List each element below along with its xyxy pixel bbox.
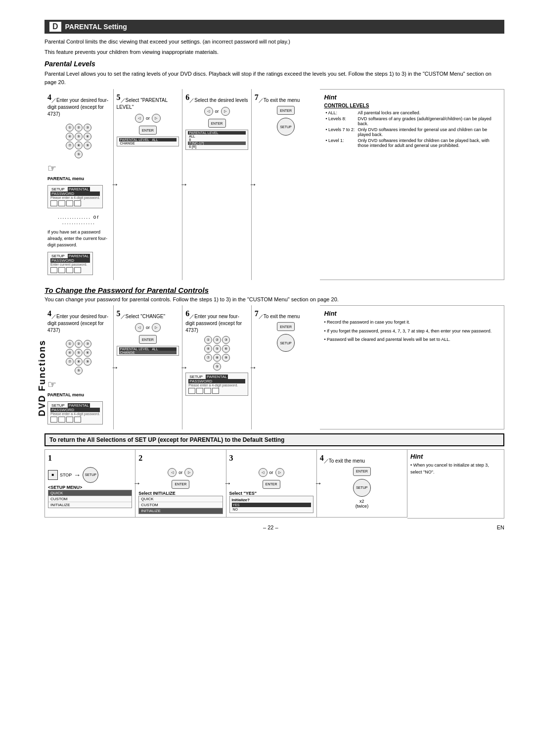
hint-content: Hint CONTROL LEVELS • ALL: All parental … [320, 90, 504, 152]
init-step-2: 2 ◁ or ▷ ENTER Select INITIALIZE QUICK C… [135, 450, 226, 517]
cl-val-2: DVD softwares of any grades (adult/gener… [356, 116, 500, 127]
step-7-parental: 7／To exit the menu ENTER SETUP [252, 89, 320, 280]
setup-menu-list-2: QUICK CUSTOM INITIALIZE [138, 496, 222, 514]
hint-cpw-1: • Record the password in case you forget… [324, 319, 500, 326]
init3-text: Select "YES" [229, 491, 313, 496]
cl-row-3: • Levels 7 to 2: Only DVD softwares inte… [324, 127, 500, 138]
initialize-section: 1 ■ STOP → SETUP <SETUP MENU> QUICK CUST… [44, 449, 504, 518]
menu-screen-cpw: SETUP PARENTAL PASSWORD Please enter a 4… [47, 401, 103, 425]
change-pw-hint-content: Hint • Record the password in case you f… [320, 306, 504, 347]
num-4: ④ [66, 133, 74, 141]
step-6-changepw: 6／Enter your new four-digit password (ex… [182, 305, 252, 429]
arrow-1: → [111, 180, 119, 189]
level-screen-cpw5: PARENTAL LEVEL ALL CHANGE [117, 346, 179, 356]
stop-icon: ■ [48, 470, 58, 480]
init-step-1: 1 ■ STOP → SETUP <SETUP MENU> QUICK CUST… [45, 450, 135, 517]
enter-init2: ENTER [172, 480, 189, 489]
num-8: ⑧ [75, 142, 83, 149]
setup-menu-list: QUICK CUSTOM INITIALIZE [48, 490, 132, 508]
parental-levels-title: Parental Levels [44, 60, 504, 68]
enter-btn-5: ENTER [139, 126, 157, 135]
parental-levels-hint: Hint CONTROL LEVELS • ALL: All parental … [320, 89, 504, 280]
init-step-3: 3 ◁ or ▷ ENTER Select "YES" Initialize? … [226, 450, 317, 517]
arrow-cpw-4: → [111, 363, 119, 372]
cl-val-4: Only DVD softwares intended for children… [356, 138, 500, 148]
enter-btn-cpw5: ENTER [139, 335, 157, 344]
cl-row-1: • ALL: All parental locks are cancelled. [324, 110, 500, 116]
change-pw-section: 4／Enter your desired four-digit password… [44, 305, 504, 429]
control-levels-subtitle: CONTROL LEVELS [324, 103, 500, 108]
num-2: ② [75, 124, 83, 132]
init-hint: Hint • When you cancel to initialize at … [407, 449, 504, 518]
sml-custom: CUSTOM [48, 496, 132, 502]
section-title: PARENTAL Setting [65, 23, 127, 31]
twice-label: x2(twice) [320, 499, 404, 509]
step5-label: 5／Select "PARENTAL LEVEL" [117, 92, 179, 111]
numpad-cpw: ① ② ③ ④ ⑤ ⑥ ⑦ ⑧ ⑨ ⑤ [66, 340, 91, 375]
cl-key-4: • Level 1: [324, 138, 356, 148]
arrow-6: → [249, 180, 257, 189]
enter-btn-cpw7: ENTER [277, 322, 295, 331]
step-7-changepw: 7／To exit the menu ENTER SETUP [252, 305, 320, 429]
hint-cpw-2: • If you forget the password, press 4, 7… [324, 328, 500, 335]
parental-levels-steps: 4／Enter your desired four-digit password… [44, 89, 320, 280]
parental-levels-section: 4／Enter your desired four-digit password… [44, 89, 504, 280]
initialize-steps: 1 ■ STOP → SETUP <SETUP MENU> QUICK CUST… [44, 449, 407, 517]
cpw-input-boxes [50, 417, 100, 423]
remote-dpad-cpw5: ◁ or ▷ [117, 323, 179, 332]
arrow-init-1: → [133, 479, 141, 488]
right-btn: ▷ [152, 114, 161, 123]
parental-levels-desc: Parental Level allows you to set the rat… [44, 70, 504, 86]
init-step1-label: 1 [48, 453, 132, 465]
enter-btn-7: ENTER [277, 106, 295, 115]
step-5-parental: 5／Select "PARENTAL LEVEL" ◁ or ▷ ENTER P… [114, 89, 183, 280]
remote-dpad-5: ◁ or ▷ [117, 114, 179, 123]
enter-init4: ENTER [353, 467, 371, 476]
step-5-changepw: 5／Select "CHANGE" ◁ or ▷ ENTER PARENTAL … [114, 305, 183, 429]
init-hint-text: • When you cancel to initialize at step … [410, 462, 501, 475]
hand-icon-1: ☞ [47, 162, 56, 174]
cl-val-1: All parental locks are cancelled. [356, 110, 500, 116]
step-6-parental: 6／Select the desired levels ◁ or ▷ ENTER… [182, 89, 252, 280]
sml-initialize: INITIALIZE [48, 502, 132, 508]
hint-title-cpw: Hint [324, 310, 500, 317]
cl-row-2: • Levels 8: DVD softwares of any grades … [324, 116, 500, 127]
step4-cpw-label: 4／Enter your desired four-digit password… [47, 308, 110, 334]
num-5: ⑤ [75, 133, 83, 141]
arrow-5: → [180, 180, 188, 189]
numpad-cpw6: ① ② ③ ④ ⑤ ⑥ ⑦ ⑧ ⑨ ⑤ [204, 336, 230, 371]
cl-key-2: • Levels 8: [324, 116, 356, 127]
step4-label: 4／Enter your desired four-digit password… [47, 92, 110, 118]
intro-text-2: This feature prevents your children from… [44, 48, 504, 56]
step7-label: 7／To exit the menu [255, 92, 317, 104]
hand-icon-cpw: ☞ [47, 378, 56, 390]
num-3: ③ [84, 124, 91, 132]
section-header: D PARENTAL Setting [44, 20, 504, 34]
arrow-cpw-6: → [249, 363, 257, 372]
stop-setup-row: ■ STOP → SETUP [48, 467, 132, 483]
enter-btn-6: ENTER [208, 119, 226, 128]
hint-cpw-3: • Password will be cleared and parental … [324, 336, 500, 343]
cl-val-3: Only DVD softwares intended for general … [356, 127, 500, 138]
change-pw-steps: 4／Enter your desired four-digit password… [44, 305, 320, 429]
step5-cpw-label: 5／Select "CHANGE" [117, 308, 179, 320]
step-4-parental: 4／Enter your desired four-digit password… [44, 89, 114, 280]
control-levels-table: • ALL: All parental locks are cancelled.… [324, 110, 500, 148]
level-screen-6: PARENTAL LEVEL ALL 8 7 [NC-17] 6 [R] [185, 130, 248, 150]
sml-quick: QUICK [48, 490, 132, 496]
arrow-init-3: → [314, 479, 322, 488]
setup-remote-init4: SETUP [320, 479, 404, 497]
yes-no-screen: Initialize? YES NO [229, 496, 313, 513]
num-9: ⑨ [84, 142, 91, 149]
remote-init3: ◁ or ▷ [229, 468, 313, 477]
num-1: ① [66, 124, 74, 132]
change-pw-desc: You can change your password for parenta… [44, 296, 504, 302]
menu-screen-1: SETUP PARENTAL PASSWORD Please enter a 4… [47, 185, 103, 208]
init-step3-label: 3 [229, 453, 313, 465]
page-number: – 22 – [263, 524, 278, 530]
step-4-changepw: 4／Enter your desired four-digit password… [44, 305, 114, 429]
remote-init2: ◁ or ▷ [138, 468, 222, 477]
password-input-boxes-1 [50, 200, 100, 206]
arrow-init-2: → [224, 479, 232, 488]
setup-menu-label: <SETUP MENU> [48, 485, 132, 490]
